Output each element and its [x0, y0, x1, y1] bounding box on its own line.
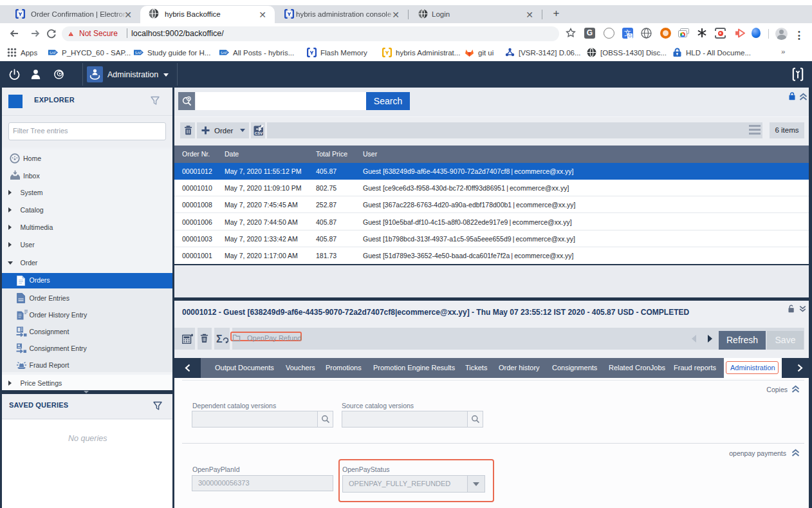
- svg-text:SAP: SAP: [50, 51, 57, 55]
- svg-text:SAP: SAP: [135, 51, 142, 55]
- svg-text:SAP: SAP: [221, 51, 228, 55]
- svg-text:Σ: Σ: [216, 334, 223, 344]
- svg-text:CSV: CSV: [255, 131, 263, 135]
